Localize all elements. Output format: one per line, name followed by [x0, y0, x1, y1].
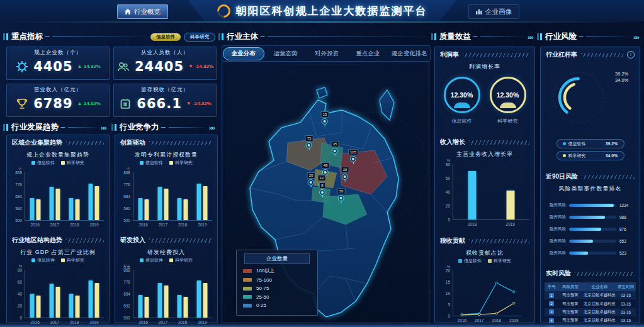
metric-label: 规上企业数（个） [7, 49, 109, 57]
map-marker[interactable]: 105 [348, 149, 358, 164]
expand-arrows-icon[interactable]: »» [528, 33, 534, 41]
location-pin-icon [332, 148, 338, 154]
subsection-title: 行业杠杆率 [546, 50, 577, 59]
map-marker[interactable]: 15 [321, 111, 329, 126]
subsection-title: 实时风险 [546, 269, 571, 278]
section-quality: 质量效益 »» [431, 31, 534, 42]
metric-value: 24405 [135, 59, 184, 74]
chart-legend-item: 信息软件 [31, 257, 55, 263]
legend-swatch [243, 269, 252, 273]
risk-table-row[interactable]: 1司法预警北京启航卓越科技有限公司03-16 [545, 291, 636, 299]
map-legend-item: 25-50 [243, 294, 311, 300]
chart-gdp-ratio: 行业 GDP 占第三产业比例信息软件科学研究%02040608020162017… [7, 248, 109, 325]
hatch-decoration [66, 141, 104, 145]
map-marker[interactable]: 75 [305, 135, 314, 150]
chart-legend-item: 科学研究 [61, 257, 84, 263]
tab-3[interactable]: 重点企业 [348, 48, 388, 60]
risk-rank-row: 融资风险1234 [543, 202, 635, 208]
chart-legend-item: 信息软件 [140, 160, 163, 166]
metric-value: 4405 [33, 59, 72, 74]
subsection-title: 行业地区结构趋势 [12, 236, 62, 245]
section-title: 重点指标 [11, 31, 49, 42]
gauge-mound-decoration [500, 103, 516, 108]
subsection-income-growth: 收入增长 [435, 135, 534, 148]
section-industry-main: 行业主体 [218, 31, 428, 42]
chart-title: 研发经费投入 [115, 248, 217, 257]
tab-4[interactable]: 规企变化排名 [389, 48, 429, 60]
risk-table-header-cell: 发生时间 [617, 284, 635, 290]
chart-rnd-spend: 研发经费投入信息软件科学研究万元500592684776868201620172… [115, 248, 217, 325]
subsection-title: 税收贡献 [440, 236, 465, 245]
leverage-gauge: 39.2% 34.0% [541, 61, 640, 136]
marker-value: 20 [307, 172, 315, 179]
map-marker[interactable]: 8 [319, 182, 325, 197]
map-marker[interactable]: 20 [307, 172, 315, 187]
leverage-value-science: 34.0% [615, 77, 628, 84]
chart-legend-item: 科学研究 [169, 160, 193, 166]
pin-stem [325, 125, 325, 126]
chart-title: 主营业务收入增长率 [435, 150, 534, 158]
nav-industry-overview[interactable]: 行业概览 [117, 4, 168, 19]
expand-arrows-icon[interactable]: »» [633, 33, 640, 41]
leverage-legend: 信息软件39.2%科学研究34.0% [541, 139, 640, 168]
map-legend-title: 企业数量 [244, 253, 310, 264]
filter-chip-science-research[interactable]: 科学研究 [184, 33, 215, 42]
tab-1[interactable]: 运营态势 [266, 48, 306, 60]
subsection-region-structure: 行业地区结构趋势 [7, 233, 109, 247]
tab-0[interactable]: 企业分布 [223, 47, 264, 60]
chart-legend-item: 科学研究 [61, 160, 84, 166]
filter-chip-info-software[interactable]: 信息软件 [150, 33, 181, 41]
gauge-info-software: 12.30% 信息软件 [444, 77, 480, 125]
metric-value: 666.1 [137, 96, 181, 111]
marker-value: 48 [322, 162, 330, 169]
risk-rank-row: 融资风险523 [543, 250, 635, 256]
hatch-decoration [149, 141, 212, 145]
location-pin-icon [308, 179, 314, 186]
tab-2[interactable]: 对外投资 [307, 48, 347, 60]
section-title: 质量效益 [439, 31, 477, 42]
subsection-profit: 利润率 [435, 47, 534, 61]
risk-table-header-cell: 序号 [546, 284, 557, 290]
app-title-bar: 朝阳区科创规上企业大数据监测平台 [188, 0, 456, 21]
leverage-value-info: 39.2% [615, 71, 628, 77]
risk-table-header: 序号风险类型企业名称发生时间 [545, 282, 636, 291]
legend-swatch [243, 278, 252, 282]
hatch-decoration [149, 238, 212, 243]
info-icon[interactable]: i [627, 51, 635, 58]
panel-quality: 利润率 利润增长率 12.30% 信息软件 12.30% 科学研究 收入增长 主… [434, 47, 535, 323]
expand-arrows-icon[interactable]: »» [101, 124, 107, 131]
chart-legend-item: 信息软件 [458, 258, 482, 264]
chart-title: 行业 GDP 占第三产业比例 [7, 248, 109, 257]
panel-competitiveness: 创新驱动 发明专利累计授权数量信息软件科学研究个5005926847768682… [115, 135, 218, 323]
pin-stem [345, 180, 346, 182]
location-pin-icon [350, 156, 356, 162]
risk-rank-row: 融资风险988 [543, 214, 635, 220]
risk-table-row[interactable]: 3司法预警北京启航卓越科技有限公司03-16 [545, 308, 636, 316]
section-divider [480, 36, 524, 37]
map-marker[interactable]: 35 [331, 141, 339, 156]
section-divider [586, 36, 630, 37]
gauge-mound-decoration [454, 103, 470, 108]
subsection-rnd-input: 研发投入 [115, 233, 217, 247]
section-bars-icon [434, 33, 436, 40]
hatch-decoration [463, 53, 529, 57]
section-title: 行业发展趋势 [11, 122, 65, 133]
row-number-badge: 4 [549, 318, 554, 323]
expand-arrows-icon[interactable]: »» [209, 124, 215, 131]
map-marker[interactable]: 56 [337, 188, 346, 203]
gauge-label: 科学研究 [490, 118, 526, 125]
section-divider [169, 127, 206, 128]
bar-chart-icon [476, 9, 482, 14]
hatch-decoration [581, 53, 623, 57]
gauge-value: 12.30% [451, 91, 473, 99]
profit-chart-title: 利润增长率 [435, 63, 534, 71]
gauge-ring: 12.30% [490, 77, 526, 113]
gauge-label: 信息软件 [444, 118, 480, 125]
gauge-value: 12.30% [497, 91, 519, 99]
metric-card-tax: 留存税收（亿元） 666.1 -14.32% [113, 84, 217, 117]
chart-legend-item: 科学研究 [169, 257, 193, 263]
risk-table-row[interactable]: 2司法预警北京启航卓越科技有限公司03-16 [545, 299, 636, 308]
nav-enterprise-portrait[interactable]: 企业画像 [468, 4, 519, 19]
metric-delta: 14.32% [77, 101, 101, 106]
map-marker[interactable]: 28 [341, 167, 349, 182]
